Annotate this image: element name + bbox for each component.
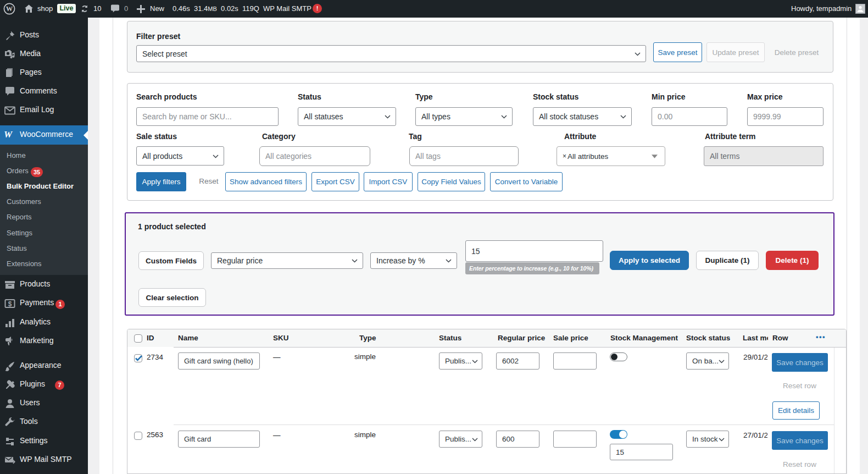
- svg-text:$: $: [8, 300, 12, 308]
- svg-text:W: W: [6, 5, 13, 13]
